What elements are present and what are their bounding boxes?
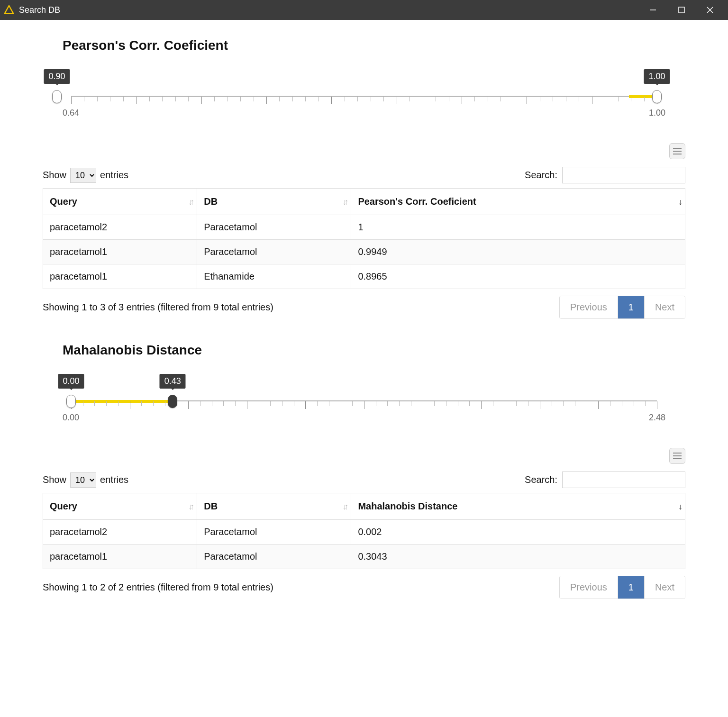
table-row: paracetamol1Paracetamol0.3043 — [43, 545, 685, 569]
pearson-page-1[interactable]: 1 — [618, 296, 644, 318]
window-maximize-button[interactable] — [667, 0, 696, 20]
mahalanobis-pagination: Previous 1 Next — [559, 576, 685, 599]
mahalanobis-page-1[interactable]: 1 — [618, 576, 644, 599]
window-close-button[interactable] — [696, 0, 724, 20]
pearson-slider-min-label: 0.64 — [63, 108, 79, 118]
mahalanobis-col-db[interactable]: DB ↓↑ — [197, 493, 351, 520]
pearson-table-menu-button[interactable] — [669, 143, 685, 159]
table-row: paracetamol1Paracetamol0.9949 — [43, 240, 685, 264]
sort-both-icon: ↓↑ — [342, 197, 346, 207]
pearson-slider-low-tooltip: 0.90 — [44, 69, 70, 84]
entries-label: entries — [100, 474, 128, 485]
entries-label: entries — [100, 170, 128, 181]
pearson-col-value[interactable]: Pearson's Corr. Coeficient ↓ — [351, 189, 685, 215]
table-row: paracetamol2Paracetamol0.002 — [43, 520, 685, 545]
table-row: paracetamol1Ethanamide0.8965 — [43, 264, 685, 289]
show-label: Show — [43, 474, 66, 485]
pearson-range-slider[interactable]: 0.90 1.00 0.64 1.00 — [57, 67, 671, 129]
mahalanobis-col-query[interactable]: Query ↓↑ — [43, 493, 197, 520]
mahalanobis-slider-high-tooltip: 0.43 — [160, 374, 186, 389]
pearson-pagination: Previous 1 Next — [559, 296, 685, 319]
window-title: Search DB — [19, 5, 60, 15]
mahalanobis-range-slider[interactable]: 0.00 0.43 0.00 2.48 — [57, 372, 671, 434]
table-cell: paracetamol1 — [43, 264, 197, 289]
mahalanobis-slider-low-tooltip: 0.00 — [58, 374, 84, 389]
pearson-table: Query ↓↑ DB ↓↑ Pearson's Corr. Coeficien… — [43, 188, 685, 289]
search-label: Search: — [525, 474, 557, 485]
mahalanobis-slider-max-label: 2.48 — [649, 413, 665, 423]
pearson-page-previous[interactable]: Previous — [560, 296, 618, 318]
mahalanobis-table: Query ↓↑ DB ↓↑ Mahalanobis Distance ↓ pa… — [43, 493, 685, 569]
table-cell: paracetamol2 — [43, 215, 197, 240]
app-icon — [4, 5, 14, 15]
mahalanobis-table-menu-button[interactable] — [669, 448, 685, 464]
table-cell: Paracetamol — [197, 240, 351, 264]
svg-marker-0 — [5, 6, 13, 14]
table-row: paracetamol2Paracetamol1 — [43, 215, 685, 240]
table-cell: paracetamol1 — [43, 240, 197, 264]
sort-desc-icon: ↓ — [678, 197, 680, 207]
pearson-slider-high-handle[interactable] — [652, 90, 662, 103]
table-cell: 0.9949 — [351, 240, 685, 264]
section-mahalanobis-title: Mahalanobis Distance — [63, 343, 685, 358]
pearson-page-next[interactable]: Next — [644, 296, 685, 318]
mahalanobis-slider-low-handle[interactable] — [66, 395, 76, 408]
svg-rect-2 — [679, 7, 684, 13]
table-cell: Paracetamol — [197, 545, 351, 569]
pearson-col-query[interactable]: Query ↓↑ — [43, 189, 197, 215]
mahalanobis-slider-min-label: 0.00 — [63, 413, 79, 423]
sort-asc-icon: ↓ — [678, 501, 680, 511]
window-minimize-button[interactable] — [639, 0, 667, 20]
table-cell: Paracetamol — [197, 215, 351, 240]
search-label: Search: — [525, 170, 557, 181]
sort-both-icon: ↓↑ — [188, 197, 192, 207]
mahalanobis-slider-high-handle[interactable] — [168, 395, 177, 408]
table-cell: 1 — [351, 215, 685, 240]
mahalanobis-page-previous[interactable]: Previous — [560, 576, 618, 599]
table-cell: paracetamol2 — [43, 520, 197, 545]
table-cell: 0.3043 — [351, 545, 685, 569]
table-cell: 0.8965 — [351, 264, 685, 289]
sort-both-icon: ↓↑ — [188, 501, 192, 511]
pearson-page-length-select[interactable]: 10 — [70, 168, 96, 183]
sort-both-icon: ↓↑ — [342, 501, 346, 511]
pearson-slider-high-tooltip: 1.00 — [644, 69, 670, 84]
mahalanobis-search-input[interactable] — [562, 472, 685, 488]
pearson-col-db[interactable]: DB ↓↑ — [197, 189, 351, 215]
table-cell: Ethanamide — [197, 264, 351, 289]
mahalanobis-col-value[interactable]: Mahalanobis Distance ↓ — [351, 493, 685, 520]
pearson-slider-max-label: 1.00 — [649, 108, 665, 118]
pearson-slider-low-handle[interactable] — [52, 90, 62, 103]
pearson-table-info: Showing 1 to 3 of 3 entries (filtered fr… — [43, 302, 273, 313]
section-pearson-title: Pearson's Corr. Coeficient — [63, 38, 685, 53]
mahalanobis-page-next[interactable]: Next — [644, 576, 685, 599]
table-cell: 0.002 — [351, 520, 685, 545]
table-cell: paracetamol1 — [43, 545, 197, 569]
show-label: Show — [43, 170, 66, 181]
pearson-search-input[interactable] — [562, 167, 685, 183]
mahalanobis-table-info: Showing 1 to 2 of 2 entries (filtered fr… — [43, 582, 273, 593]
mahalanobis-page-length-select[interactable]: 10 — [70, 472, 96, 488]
window-titlebar: Search DB — [0, 0, 728, 20]
table-cell: Paracetamol — [197, 520, 351, 545]
